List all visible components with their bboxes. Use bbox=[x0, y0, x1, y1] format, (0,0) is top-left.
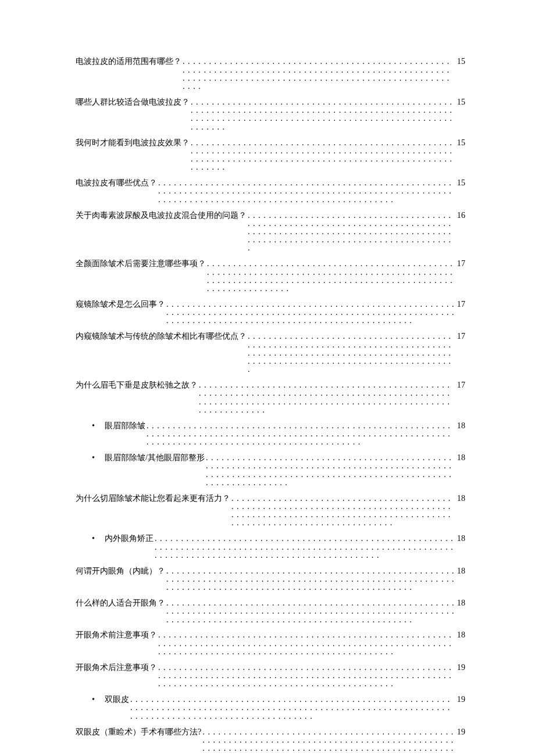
toc-leader-dots bbox=[166, 300, 455, 325]
toc-label: 开眼角术后注意事项？ bbox=[76, 663, 157, 671]
toc-label: 眼眉部除皱/其他眼眉部整形 bbox=[105, 453, 205, 461]
toc-label: 双眼皮（重睑术）手术有哪些方法? bbox=[76, 728, 201, 736]
toc-label: 为什么切眉除皱术能让您看起来更有活力？ bbox=[76, 494, 230, 502]
toc-page-number: 17 bbox=[456, 259, 465, 267]
toc-entry[interactable]: •眼眉部除皱18 bbox=[76, 417, 465, 449]
toc-leader-dots bbox=[158, 178, 455, 203]
table-of-contents: 电波拉皮的适用范围有哪些？15哪些人群比较适合做电波拉皮？15我何时才能看到电波… bbox=[76, 53, 465, 756]
toc-page-number: 15 bbox=[456, 98, 465, 106]
toc-leader-dots bbox=[206, 453, 455, 486]
toc-label: 内窥镜除皱术与传统的除皱术相比有哪些优点？ bbox=[76, 332, 247, 340]
toc-page-number: 15 bbox=[456, 178, 465, 187]
toc-entry[interactable]: •双眼皮19 bbox=[76, 691, 465, 723]
toc-entry[interactable]: 关于肉毒素波尿酸及电波拉皮混合使用的问题？16 bbox=[76, 207, 465, 256]
toc-page-number: 16 bbox=[456, 211, 465, 219]
toc-leader-dots bbox=[155, 534, 455, 559]
toc-entry[interactable]: 电波拉皮有哪些优点？15 bbox=[76, 175, 465, 207]
toc-entry[interactable]: 我何时才能看到电波拉皮效果？15 bbox=[76, 134, 465, 175]
toc-entry[interactable]: 何谓开内眼角（内眦）？18 bbox=[76, 562, 465, 594]
toc-label: 何谓开内眼角（内眦）？ bbox=[76, 567, 165, 575]
toc-entry[interactable]: 为什么切眉除皱术能让您看起来更有活力？18 bbox=[76, 490, 465, 531]
toc-page-number: 18 bbox=[456, 630, 465, 639]
toc-leader-dots bbox=[166, 567, 455, 592]
toc-label: 内外眼角矫正 bbox=[105, 534, 154, 542]
toc-label: 关于肉毒素波尿酸及电波拉皮混合使用的问题？ bbox=[76, 211, 247, 219]
toc-label: 哪些人群比较适合做电波拉皮？ bbox=[76, 98, 190, 106]
toc-page-number: 18 bbox=[456, 567, 465, 575]
toc-page-number: 18 bbox=[456, 534, 465, 542]
bullet-icon: • bbox=[92, 534, 105, 542]
bullet-icon: • bbox=[92, 695, 105, 703]
toc-entry[interactable]: 双眼皮（重睑术）手术有哪些方法?19 bbox=[76, 723, 465, 756]
toc-entry[interactable]: 为什么眉毛下垂是皮肤松驰之故？17 bbox=[76, 377, 465, 418]
toc-leader-dots bbox=[199, 381, 455, 414]
toc-page-number: 17 bbox=[456, 332, 465, 340]
toc-page-number: 17 bbox=[456, 300, 465, 308]
toc-entry[interactable]: 哪些人群比较适合做电波拉皮？15 bbox=[76, 94, 465, 135]
toc-leader-dots bbox=[191, 138, 455, 171]
document-page: 电波拉皮的适用范围有哪些？15哪些人群比较适合做电波拉皮？15我何时才能看到电波… bbox=[0, 0, 535, 756]
toc-entry[interactable]: 什么样的人适合开眼角？18 bbox=[76, 595, 465, 627]
toc-leader-dots bbox=[130, 695, 455, 720]
toc-label: 全颜面除皱术后需要注意哪些事项？ bbox=[76, 259, 206, 267]
toc-entry[interactable]: •内外眼角矫正18 bbox=[76, 531, 465, 562]
toc-leader-dots bbox=[191, 98, 455, 131]
toc-label: 双眼皮 bbox=[105, 695, 129, 703]
bullet-icon: • bbox=[92, 453, 105, 461]
toc-entry[interactable]: 全颜面除皱术后需要注意哪些事项？17 bbox=[76, 256, 465, 296]
toc-leader-dots bbox=[207, 259, 455, 292]
toc-label: 电波拉皮的适用范围有哪些？ bbox=[76, 57, 181, 65]
toc-leader-dots bbox=[231, 494, 455, 527]
toc-page-number: 18 bbox=[456, 453, 465, 461]
toc-leader-dots bbox=[202, 728, 455, 756]
toc-entry[interactable]: •眼眉部除皱/其他眼眉部整形18 bbox=[76, 450, 465, 490]
toc-page-number: 18 bbox=[456, 421, 465, 429]
toc-label: 窥镜除皱术是怎么回事？ bbox=[76, 300, 165, 308]
toc-entry[interactable]: 内窥镜除皱术与传统的除皱术相比有哪些优点？17 bbox=[76, 328, 465, 377]
toc-label: 电波拉皮有哪些优点？ bbox=[76, 178, 157, 187]
toc-leader-dots bbox=[158, 663, 455, 688]
toc-leader-dots bbox=[183, 57, 455, 90]
toc-page-number: 15 bbox=[456, 57, 465, 65]
toc-label: 我何时才能看到电波拉皮效果？ bbox=[76, 138, 190, 146]
bullet-icon: • bbox=[92, 421, 105, 429]
toc-entry[interactable]: 电波拉皮的适用范围有哪些？15 bbox=[76, 53, 465, 94]
toc-page-number: 19 bbox=[456, 728, 465, 736]
toc-entry[interactable]: 开眼角术前注意事项？18 bbox=[76, 627, 465, 659]
toc-leader-dots bbox=[147, 421, 455, 446]
toc-page-number: 15 bbox=[456, 138, 465, 146]
toc-entry[interactable]: 开眼角术后注意事项？19 bbox=[76, 659, 465, 691]
toc-label: 为什么眉毛下垂是皮肤松驰之故？ bbox=[76, 381, 198, 389]
toc-leader-dots bbox=[248, 332, 455, 373]
toc-page-number: 19 bbox=[456, 663, 465, 671]
toc-leader-dots bbox=[158, 630, 455, 655]
toc-entry[interactable]: 窥镜除皱术是怎么回事？17 bbox=[76, 296, 465, 328]
toc-page-number: 18 bbox=[456, 599, 465, 607]
toc-label: 眼眉部除皱 bbox=[105, 421, 145, 429]
toc-page-number: 17 bbox=[456, 381, 465, 389]
toc-leader-dots bbox=[248, 211, 455, 252]
toc-page-number: 18 bbox=[456, 494, 465, 502]
toc-label: 开眼角术前注意事项？ bbox=[76, 630, 157, 639]
toc-page-number: 19 bbox=[456, 695, 465, 703]
toc-leader-dots bbox=[166, 599, 455, 624]
toc-label: 什么样的人适合开眼角？ bbox=[76, 599, 165, 607]
